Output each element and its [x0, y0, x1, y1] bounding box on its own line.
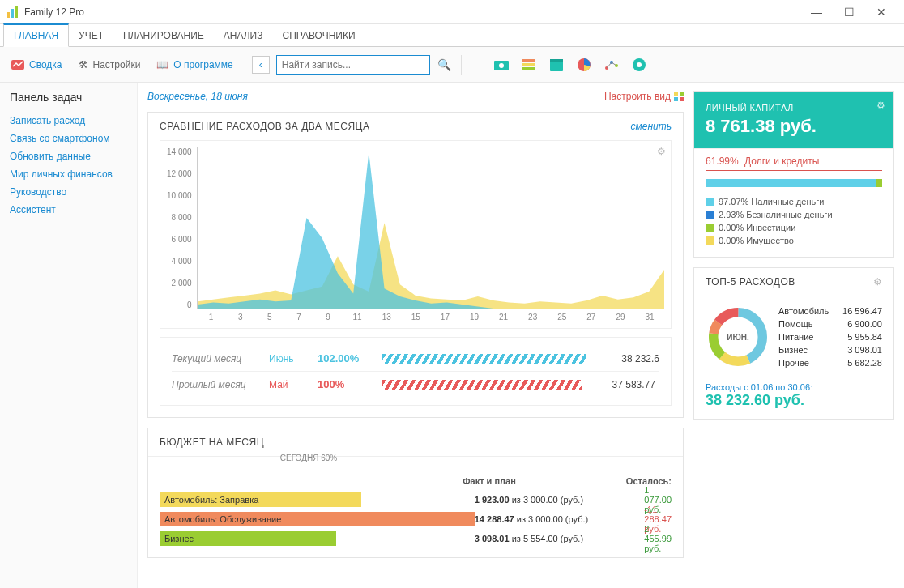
budget-row: Автомобиль: Обслуживание14 288.47 из 3 0…	[160, 510, 672, 528]
top5-row: Прочее5 682.28	[778, 356, 882, 369]
tab-reference[interactable]: СПРАВОЧНИКИ	[272, 25, 365, 46]
svg-rect-18	[680, 92, 684, 96]
task-panel: Панель задач Записать расход Связь со см…	[0, 83, 138, 588]
budget-title: БЮДЖЕТ НА МЕСЯЦ	[148, 428, 683, 457]
legend-item: 0.00% Имущество	[706, 234, 882, 247]
top5-gear-icon[interactable]: ⚙	[873, 276, 882, 288]
prev-label: Прошлый месяц	[172, 379, 269, 390]
prev-pct: 100%	[318, 378, 374, 390]
chart-box: ⚙ 14 00012 00010 0008 0006 0004 0002 000…	[160, 140, 672, 329]
top5-list: Автомобиль16 596.47Помощь6 900.00Питание…	[778, 305, 882, 369]
gear-toolbar-icon[interactable]	[629, 54, 650, 75]
sidebar-item[interactable]: Записать расход	[10, 112, 127, 130]
search-icon: 🔍	[437, 58, 451, 71]
configure-view-link[interactable]: Настроить вид	[604, 91, 684, 102]
top5-panel: ТОП-5 РАСХОДОВ ⚙ ИЮН.	[693, 267, 894, 420]
legend-item: 0.00% Инвестиции	[706, 221, 882, 234]
book-icon: 📖	[156, 59, 168, 70]
stack-icon[interactable]	[518, 54, 539, 75]
sidebar-item[interactable]: Связь со смартфоном	[10, 130, 127, 147]
task-panel-title: Панель задач	[10, 91, 127, 104]
tab-analysis[interactable]: АНАЛИЗ	[214, 25, 273, 46]
today-marker	[309, 457, 309, 557]
top5-title: ТОП-5 РАСХОДОВ	[706, 276, 795, 288]
summary-button[interactable]: Сводка	[6, 55, 67, 75]
debt-label: Долги и кредиты	[744, 156, 819, 167]
capital-legend: 97.07% Наличные деньги2.93% Безналичные …	[694, 192, 893, 257]
settings-label: Настройки	[93, 59, 141, 70]
maximize-button[interactable]: ☐	[833, 1, 865, 23]
capital-value: 8 761.38 руб.	[706, 116, 882, 137]
settings-button[interactable]: 🛠 Настройки	[74, 56, 146, 74]
current-val: 38 232.6	[595, 353, 659, 364]
svg-rect-8	[522, 67, 535, 70]
top5-row: Питание5 955.84	[778, 330, 882, 343]
capital-progress	[706, 179, 882, 187]
svg-point-5	[499, 63, 504, 68]
svg-rect-1	[11, 9, 14, 18]
svg-point-16	[637, 62, 642, 67]
legend-item: 97.07% Наличные деньги	[706, 195, 882, 208]
compare-panel: СРАВНЕНИЕ РАСХОДОВ ЗА ДВА МЕСЯЦА сменить…	[147, 112, 684, 418]
tab-accounting[interactable]: УЧЕТ	[69, 25, 113, 46]
budget-row: Автомобиль: Заправка1 923.00 из 3 000.00…	[160, 491, 672, 509]
titlebar: Family 12 Pro — ☐ ✕	[0, 0, 904, 24]
calendar-icon[interactable]	[546, 54, 567, 75]
capital-title: ЛИЧНЫЙ КАПИТАЛ	[706, 103, 882, 113]
top5-row: Помощь6 900.00	[778, 317, 882, 330]
svg-rect-0	[7, 12, 10, 18]
tab-planning[interactable]: ПЛАНИРОВАНИЕ	[113, 25, 214, 46]
svg-rect-17	[674, 92, 678, 96]
search-wrap: 🔍	[276, 55, 454, 75]
current-date: Воскресенье, 18 июня	[147, 91, 248, 102]
tab-main[interactable]: ГЛАВНАЯ	[3, 23, 69, 47]
donut-center: ИЮН.	[706, 305, 770, 369]
top5-row: Бизнес3 098.01	[778, 343, 882, 356]
close-button[interactable]: ✕	[865, 1, 898, 23]
sidebar-item[interactable]: Руководство	[10, 183, 127, 201]
search-input[interactable]	[276, 55, 430, 75]
configure-view-label: Настроить вид	[604, 91, 671, 102]
prev-month: Май	[269, 379, 318, 390]
current-pct: 102.00%	[318, 352, 374, 364]
separator	[461, 55, 462, 75]
legend-item: 2.93% Безналичные деньги	[706, 208, 882, 221]
summary-icon	[11, 58, 24, 71]
pie-icon[interactable]	[574, 54, 595, 75]
svg-rect-20	[680, 97, 684, 101]
budget-col-fact: Факт и план	[463, 476, 626, 486]
separator	[245, 55, 245, 75]
sidebar-item[interactable]: Ассистент	[10, 201, 127, 219]
debt-pct: 61.99%	[706, 156, 739, 167]
chart-plot	[197, 147, 664, 309]
change-link[interactable]: сменить	[631, 121, 672, 132]
about-button[interactable]: 📖 О программе	[151, 56, 237, 74]
summary-box: Текущий месяц Июнь 102.00% 38 232.6 Прош…	[160, 337, 672, 406]
compare-title: СРАВНЕНИЕ РАСХОДОВ ЗА ДВА МЕСЯЦА	[160, 121, 369, 132]
wrench-icon: 🛠	[79, 59, 88, 70]
sidebar-item[interactable]: Мир личных финансов	[10, 165, 127, 183]
capital-panel: ⚙ ЛИЧНЫЙ КАПИТАЛ 8 761.38 руб. 61.99% До…	[693, 91, 894, 258]
donut-chart: ИЮН.	[706, 305, 770, 369]
sidebar-item[interactable]: Обновить данные	[10, 147, 127, 165]
toolbar: Сводка 🛠 Настройки 📖 О программе ‹ 🔍	[0, 47, 904, 83]
chart-icon[interactable]	[601, 54, 622, 75]
svg-rect-2	[15, 6, 18, 18]
top5-period: Расходы с 01.06 по 30.06:	[706, 382, 882, 392]
nav-back-button[interactable]: ‹	[252, 56, 270, 74]
search-button[interactable]: 🔍	[435, 55, 454, 75]
money-icon[interactable]	[491, 54, 512, 75]
app-icon	[6, 6, 19, 19]
layout-icon	[674, 92, 684, 101]
current-bar	[382, 354, 586, 364]
top5-total: 38 232.60 руб.	[706, 392, 882, 409]
y-axis: 14 00012 00010 0008 0006 0004 0002 0000	[167, 147, 197, 309]
svg-rect-19	[674, 97, 678, 101]
minimize-button[interactable]: —	[800, 1, 833, 23]
current-label: Текущий месяц	[172, 353, 269, 364]
svg-rect-6	[522, 59, 535, 62]
current-month: Июнь	[269, 353, 318, 364]
x-axis: 135791113151719212325272931	[197, 309, 664, 322]
top5-row: Автомобиль16 596.47	[778, 305, 882, 317]
svg-rect-10	[550, 59, 563, 62]
